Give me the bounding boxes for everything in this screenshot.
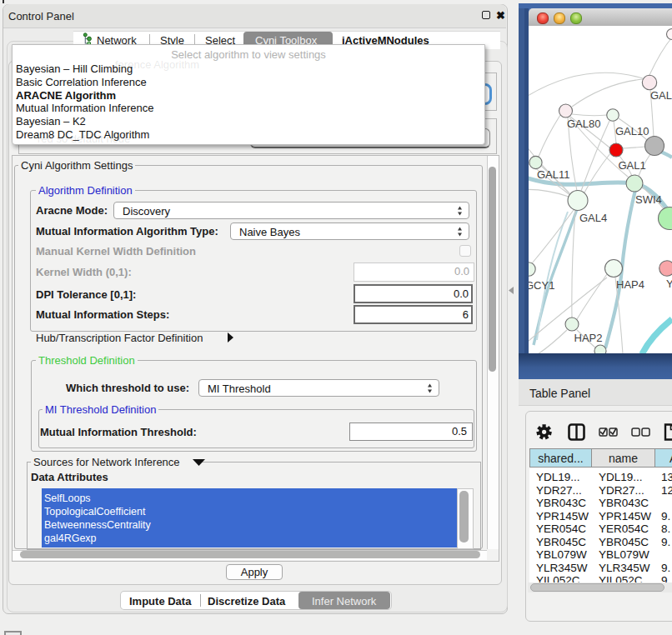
svg-text:GAL4: GAL4 — [579, 212, 607, 224]
svg-text:HAP4: HAP4 — [616, 278, 644, 291]
svg-text:HAP2: HAP2 — [574, 332, 603, 344]
svg-text:SWI4: SWI4 — [635, 193, 662, 206]
svg-text:GAL11: GAL11 — [537, 168, 570, 181]
svg-text:Y: Y — [666, 278, 672, 290]
svg-text:GAL1: GAL1 — [619, 159, 646, 172]
svg-text:GAL7: GAL7 — [650, 89, 672, 102]
svg-text:GCY1: GCY1 — [529, 279, 554, 292]
svg-text:GAL80: GAL80 — [567, 118, 600, 130]
svg-text:GAL10: GAL10 — [615, 125, 649, 138]
